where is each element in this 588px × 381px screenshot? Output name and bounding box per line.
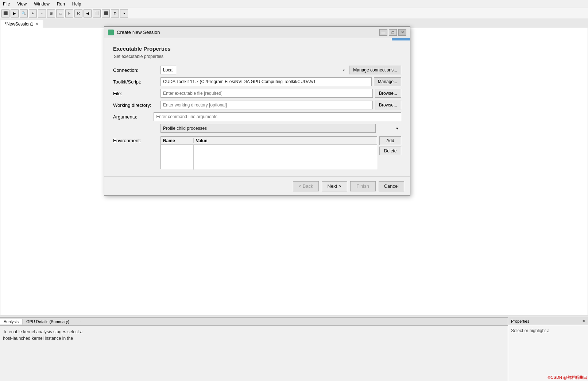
toolkit-row: Toolkit/Script: Manage...	[113, 77, 401, 86]
add-button[interactable]: Add	[379, 136, 401, 145]
toolbar-btn-2[interactable]: ▶	[11, 9, 19, 18]
delete-button[interactable]: Delete	[379, 147, 401, 155]
toolkit-label: Toolkit/Script:	[113, 79, 160, 85]
env-name-body	[161, 145, 194, 170]
toolbar-btn-5[interactable]: -	[38, 9, 46, 18]
dialog-title: Create New Session	[117, 30, 160, 35]
file-label: File:	[113, 91, 160, 96]
profile-child-row: Profile child processes ▾	[160, 124, 401, 133]
env-buttons: Add Delete	[379, 136, 401, 155]
toolbar-btn-12[interactable]: ⬛	[102, 9, 110, 18]
back-button[interactable]: < Back	[293, 181, 318, 191]
bottom-analysis-content: To enable kernel analysis stages select …	[0, 326, 588, 345]
dialog-titlebar: Create New Session — □ ✕	[104, 27, 410, 38]
tab-gpu-details[interactable]: GPU Details (Summary)	[23, 319, 73, 324]
properties-content: Select or highlight a	[508, 325, 588, 336]
section-title: Executable Properties	[113, 46, 401, 52]
toolbar-btn-11[interactable]: ⬜	[93, 9, 101, 18]
env-header-name: Name	[161, 138, 194, 143]
toolbar-btn-7[interactable]: ▭	[56, 9, 64, 18]
env-table: Name Value	[160, 136, 377, 169]
analysis-line2: host-launched kernel instance in the	[3, 335, 585, 342]
menu-view[interactable]: View	[16, 1, 28, 7]
toolbar-btn-9[interactable]: R	[74, 9, 82, 18]
profile-child-select-wrapper: Profile child processes ▾	[160, 124, 401, 133]
connection-row: Connection: Local ▾ Manage connections..…	[113, 66, 401, 74]
accent-bar	[392, 38, 410, 40]
maximize-button[interactable]: □	[389, 29, 397, 36]
connection-arrow: ▾	[343, 68, 345, 72]
env-value-body	[194, 145, 377, 170]
profile-child-select[interactable]: Profile child processes	[160, 124, 376, 133]
arguments-row: Arguments:	[113, 112, 401, 121]
menu-help[interactable]: Help	[71, 1, 83, 7]
file-row: File: Browse...	[113, 89, 401, 98]
tab-label: *NewSession1	[5, 22, 33, 27]
toolbar-btn-13[interactable]: ⚙	[111, 9, 119, 18]
environment-row: Environment: Name Value Add Delete	[113, 136, 401, 169]
toolbar-btn-4[interactable]: +	[29, 9, 37, 18]
manage-connections-button[interactable]: Manage connections...	[349, 66, 401, 74]
tab-close-icon[interactable]: ✕	[35, 22, 38, 26]
cancel-button[interactable]: Cancel	[379, 181, 404, 191]
env-table-container: Name Value	[160, 136, 377, 169]
menu-run[interactable]: Run	[55, 1, 66, 7]
connection-select[interactable]: Local	[160, 66, 176, 74]
working-dir-input[interactable]	[160, 101, 373, 109]
toolbar-btn-6[interactable]: ⊞	[47, 9, 55, 18]
connection-select-wrapper: Local ▾	[160, 66, 347, 74]
working-dir-browse-button[interactable]: Browse...	[375, 101, 401, 109]
properties-header: Properties ✕	[508, 317, 588, 325]
finish-button[interactable]: Finish	[350, 181, 376, 191]
dialog-title-left: Create New Session	[108, 30, 160, 35]
env-table-header: Name Value	[161, 137, 377, 145]
toolbar-btn-dropdown[interactable]: ▾	[120, 9, 128, 18]
tab-analysis[interactable]: Analysis	[0, 319, 23, 324]
minimize-button[interactable]: —	[379, 29, 387, 36]
profile-child-arrow: ▾	[396, 126, 398, 131]
connection-label: Connection:	[113, 67, 160, 73]
menu-window[interactable]: Window	[32, 1, 51, 7]
dialog-icon	[108, 30, 114, 35]
app-tab-bar: *NewSession1 ✕	[0, 19, 44, 28]
file-input[interactable]	[160, 89, 373, 98]
next-button[interactable]: Next >	[322, 181, 347, 191]
bottom-panels: Analysis GPU Details (Summary) To enable…	[0, 317, 588, 381]
properties-panel: Properties ✕ Select or highlight a	[508, 317, 588, 381]
arguments-input[interactable]	[154, 112, 401, 121]
menu-file[interactable]: File	[1, 1, 11, 7]
csdn-watermark: ©CSDN @勾栏听曲曰	[548, 375, 588, 380]
manage-toolkit-button[interactable]: Manage...	[374, 77, 401, 86]
toolbar-btn-3[interactable]: 🔍	[20, 9, 28, 18]
menubar: File View Window Run Help	[0, 0, 588, 8]
file-browse-button[interactable]: Browse...	[375, 89, 401, 98]
env-table-body	[161, 145, 377, 170]
properties-tab-label[interactable]: Properties	[511, 319, 529, 323]
bottom-tab-bar: Analysis GPU Details (Summary)	[0, 318, 588, 326]
dialog-body: Executable Properties Set executable pro…	[104, 38, 410, 176]
toolbar-btn-8[interactable]: F	[65, 9, 73, 18]
env-header-value: Value	[194, 138, 377, 143]
tab-newsession1[interactable]: *NewSession1 ✕	[0, 20, 43, 28]
section-subtitle: Set executable properties	[113, 54, 401, 59]
analysis-line1: To enable kernel analysis stages select …	[3, 328, 585, 335]
tab-extra[interactable]	[73, 321, 81, 322]
toolbar: ⬛ ▶ 🔍 + - ⊞ ▭ F R ◀ ⬜ ⬛ ⚙ ▾	[0, 8, 588, 19]
toolbar-btn-10[interactable]: ◀	[84, 9, 92, 18]
working-dir-row: Working directory: Browse...	[113, 101, 401, 109]
working-dir-label: Working directory:	[113, 102, 160, 108]
dialog-title-controls: — □ ✕	[379, 29, 406, 36]
toolkit-input[interactable]	[160, 77, 372, 86]
arguments-label: Arguments:	[113, 114, 154, 120]
properties-close[interactable]: ✕	[582, 319, 585, 323]
close-button[interactable]: ✕	[398, 29, 406, 36]
dialog-footer: < Back Next > Finish Cancel	[104, 176, 410, 195]
toolbar-btn-1[interactable]: ⬛	[1, 9, 9, 18]
environment-label: Environment:	[113, 136, 160, 143]
create-session-dialog: Create New Session — □ ✕ Executable Prop…	[104, 26, 410, 196]
